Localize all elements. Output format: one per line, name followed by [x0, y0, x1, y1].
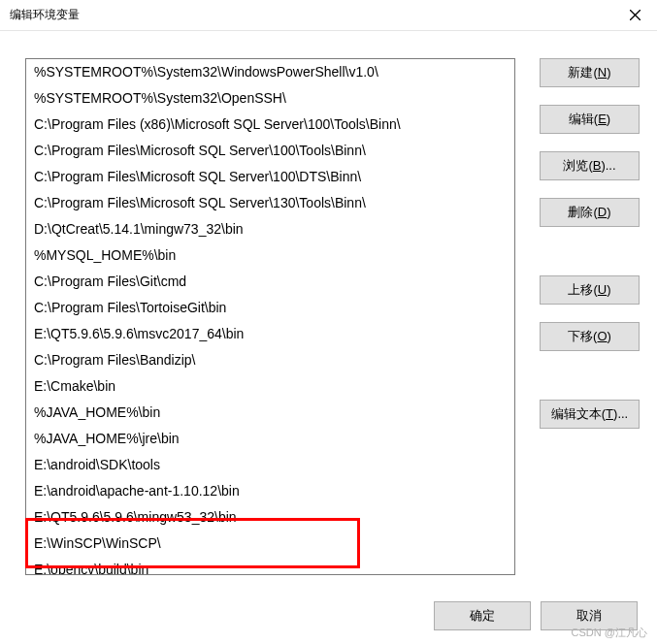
window-title: 编辑环境变量 — [10, 7, 80, 23]
list-item[interactable]: C:\Program Files\Microsoft SQL Server\13… — [26, 190, 514, 216]
list-item[interactable]: C:\Program Files (x86)\Microsoft SQL Ser… — [26, 112, 514, 138]
cancel-button[interactable]: 取消 — [541, 601, 638, 630]
path-listbox[interactable]: %SYSTEMROOT%\System32\WindowsPowerShell\… — [25, 58, 515, 575]
edit-button[interactable]: 编辑(E) — [540, 105, 640, 134]
close-icon — [630, 10, 641, 20]
new-button[interactable]: 新建(N) — [540, 58, 640, 87]
list-item[interactable]: D:\QtCreat\5.14.1\mingw73_32\bin — [26, 216, 514, 242]
titlebar: 编辑环境变量 — [0, 0, 657, 31]
ok-button[interactable]: 确定 — [434, 601, 531, 630]
moveup-button[interactable]: 上移(U) — [540, 275, 640, 305]
list-item[interactable]: C:\Program Files\Microsoft SQL Server\10… — [26, 164, 514, 190]
list-item[interactable]: E:\QT5.9.6\5.9.6\msvc2017_64\bin — [26, 321, 514, 347]
list-item[interactable]: %JAVA_HOME%\bin — [26, 400, 514, 426]
delete-button[interactable]: 删除(D) — [540, 198, 640, 227]
edittext-button[interactable]: 编辑文本(T)... — [540, 400, 640, 429]
browse-button[interactable]: 浏览(B)... — [540, 151, 640, 180]
list-item[interactable]: %MYSQL_HOME%\bin — [26, 242, 514, 269]
list-item[interactable]: E:\Cmake\bin — [26, 373, 514, 400]
close-button[interactable] — [612, 0, 657, 31]
list-item[interactable]: %JAVA_HOME%\jre\bin — [26, 426, 514, 452]
movedown-button[interactable]: 下移(O) — [540, 322, 640, 351]
list-item[interactable]: C:\Program Files\Microsoft SQL Server\10… — [26, 138, 514, 164]
list-container: %SYSTEMROOT%\System32\WindowsPowerShell\… — [25, 58, 526, 592]
dialog-footer: 确定 取消 — [0, 601, 657, 640]
list-item[interactable]: C:\Program Files\Git\cmd — [26, 269, 514, 295]
list-item[interactable]: %SYSTEMROOT%\System32\OpenSSH\ — [26, 85, 514, 112]
list-item[interactable]: E:\opencv\build\bin — [26, 557, 514, 575]
list-item[interactable]: E:\android\apache-ant-1.10.12\bin — [26, 478, 514, 504]
list-item[interactable]: C:\Program Files\Bandizip\ — [26, 347, 514, 373]
button-column: 新建(N) 编辑(E) 浏览(B)... 删除(D) 上移(U) 下移(O) 编… — [540, 58, 640, 592]
list-item[interactable]: E:\WinSCP\WinSCP\ — [26, 531, 514, 557]
list-item[interactable]: C:\Program Files\TortoiseGit\bin — [26, 295, 514, 321]
list-item[interactable]: %SYSTEMROOT%\System32\WindowsPowerShell\… — [26, 59, 514, 85]
list-item[interactable]: E:\QT5.9.6\5.9.6\mingw53_32\bin — [26, 504, 514, 531]
content-area: %SYSTEMROOT%\System32\WindowsPowerShell\… — [0, 31, 657, 601]
list-item[interactable]: E:\android\SDK\tools — [26, 452, 514, 478]
